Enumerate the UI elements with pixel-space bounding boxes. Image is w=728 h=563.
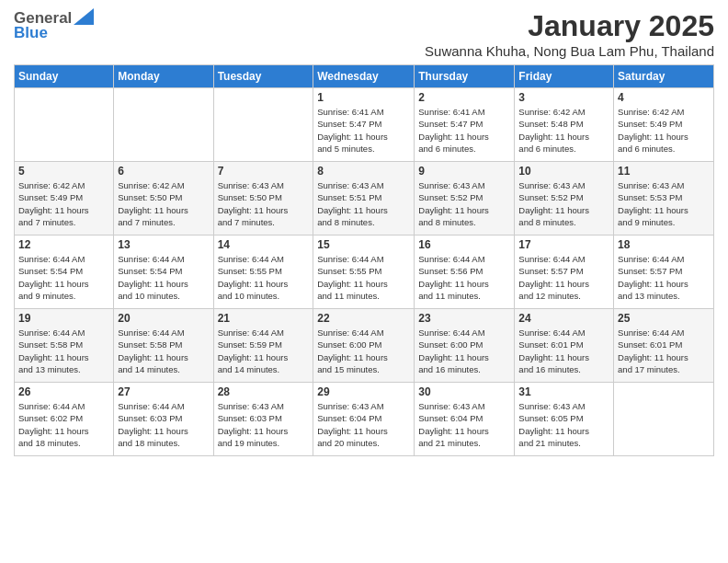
logo: General Blue — [14, 9, 94, 42]
page: General Blue January 2025 Suwanna Khuha,… — [0, 0, 728, 563]
day-number: 8 — [317, 165, 410, 178]
calendar-cell: 2Sunrise: 6:41 AM Sunset: 5:47 PM Daylig… — [415, 88, 515, 162]
calendar-cell: 14Sunrise: 6:44 AM Sunset: 5:55 PM Dayli… — [213, 236, 313, 309]
day-number: 27 — [118, 385, 209, 398]
calendar-cell: 1Sunrise: 6:41 AM Sunset: 5:47 PM Daylig… — [313, 88, 415, 162]
calendar-table: SundayMondayTuesdayWednesdayThursdayFrid… — [14, 64, 714, 456]
day-number: 26 — [18, 385, 109, 398]
logo-blue: Blue — [14, 24, 48, 42]
day-info: Sunrise: 6:43 AM Sunset: 6:05 PM Dayligh… — [518, 400, 609, 449]
day-number: 30 — [418, 385, 510, 398]
day-info: Sunrise: 6:44 AM Sunset: 6:03 PM Dayligh… — [118, 400, 209, 449]
calendar-cell: 5Sunrise: 6:42 AM Sunset: 5:49 PM Daylig… — [15, 162, 114, 236]
day-info: Sunrise: 6:44 AM Sunset: 5:54 PM Dayligh… — [118, 253, 209, 302]
calendar-cell: 9Sunrise: 6:43 AM Sunset: 5:52 PM Daylig… — [415, 162, 515, 236]
calendar-cell: 22Sunrise: 6:44 AM Sunset: 6:00 PM Dayli… — [313, 309, 415, 383]
day-info: Sunrise: 6:44 AM Sunset: 5:58 PM Dayligh… — [18, 327, 109, 375]
calendar-header-row: SundayMondayTuesdayWednesdayThursdayFrid… — [15, 65, 714, 88]
day-info: Sunrise: 6:44 AM Sunset: 5:55 PM Dayligh… — [218, 253, 310, 302]
calendar-cell: 8Sunrise: 6:43 AM Sunset: 5:51 PM Daylig… — [313, 162, 415, 236]
day-number: 9 — [418, 165, 510, 178]
calendar-week-row: 5Sunrise: 6:42 AM Sunset: 5:49 PM Daylig… — [15, 162, 714, 236]
day-number: 3 — [518, 91, 609, 104]
day-number: 15 — [317, 238, 410, 251]
calendar-cell: 13Sunrise: 6:44 AM Sunset: 5:54 PM Dayli… — [114, 236, 213, 309]
calendar-cell: 11Sunrise: 6:43 AM Sunset: 5:53 PM Dayli… — [614, 162, 714, 236]
calendar-cell: 19Sunrise: 6:44 AM Sunset: 5:58 PM Dayli… — [15, 309, 114, 383]
location-subtitle: Suwanna Khuha, Nong Bua Lam Phu, Thailan… — [425, 43, 714, 59]
day-info: Sunrise: 6:43 AM Sunset: 6:03 PM Dayligh… — [218, 400, 310, 449]
day-info: Sunrise: 6:43 AM Sunset: 5:50 PM Dayligh… — [218, 179, 310, 228]
day-number: 29 — [317, 385, 410, 398]
day-info: Sunrise: 6:44 AM Sunset: 6:00 PM Dayligh… — [418, 327, 510, 375]
day-info: Sunrise: 6:42 AM Sunset: 5:49 PM Dayligh… — [618, 106, 710, 155]
title-block: January 2025 Suwanna Khuha, Nong Bua Lam… — [425, 9, 714, 59]
calendar-cell: 12Sunrise: 6:44 AM Sunset: 5:54 PM Dayli… — [15, 236, 114, 309]
weekday-header: Sunday — [15, 65, 114, 88]
svg-marker-0 — [74, 8, 94, 25]
calendar-week-row: 26Sunrise: 6:44 AM Sunset: 6:02 PM Dayli… — [15, 383, 714, 456]
day-number: 25 — [618, 312, 710, 325]
day-number: 28 — [218, 385, 310, 398]
day-number: 16 — [418, 238, 510, 251]
calendar-cell: 16Sunrise: 6:44 AM Sunset: 5:56 PM Dayli… — [415, 236, 515, 309]
calendar-cell: 23Sunrise: 6:44 AM Sunset: 6:00 PM Dayli… — [415, 309, 515, 383]
day-number: 20 — [118, 312, 209, 325]
calendar-week-row: 1Sunrise: 6:41 AM Sunset: 5:47 PM Daylig… — [15, 88, 714, 162]
day-info: Sunrise: 6:42 AM Sunset: 5:48 PM Dayligh… — [518, 106, 609, 155]
day-info: Sunrise: 6:43 AM Sunset: 5:53 PM Dayligh… — [618, 179, 710, 228]
weekday-header: Monday — [114, 65, 213, 88]
day-info: Sunrise: 6:44 AM Sunset: 6:00 PM Dayligh… — [317, 327, 410, 375]
day-number: 7 — [218, 165, 310, 178]
day-info: Sunrise: 6:43 AM Sunset: 5:52 PM Dayligh… — [418, 179, 510, 228]
day-info: Sunrise: 6:44 AM Sunset: 5:58 PM Dayligh… — [118, 327, 209, 375]
calendar-cell: 7Sunrise: 6:43 AM Sunset: 5:50 PM Daylig… — [213, 162, 313, 236]
calendar-cell: 4Sunrise: 6:42 AM Sunset: 5:49 PM Daylig… — [614, 88, 714, 162]
day-info: Sunrise: 6:43 AM Sunset: 6:04 PM Dayligh… — [418, 400, 510, 449]
calendar-cell: 6Sunrise: 6:42 AM Sunset: 5:50 PM Daylig… — [114, 162, 213, 236]
day-number: 10 — [518, 165, 609, 178]
day-info: Sunrise: 6:42 AM Sunset: 5:49 PM Dayligh… — [18, 179, 109, 228]
calendar-cell: 24Sunrise: 6:44 AM Sunset: 6:01 PM Dayli… — [515, 309, 614, 383]
day-info: Sunrise: 6:44 AM Sunset: 6:01 PM Dayligh… — [518, 327, 609, 375]
day-number: 12 — [18, 238, 109, 251]
calendar-cell — [213, 88, 313, 162]
day-number: 19 — [18, 312, 109, 325]
day-info: Sunrise: 6:44 AM Sunset: 5:55 PM Dayligh… — [317, 253, 410, 302]
calendar-week-row: 12Sunrise: 6:44 AM Sunset: 5:54 PM Dayli… — [15, 236, 714, 309]
month-title: January 2025 — [425, 9, 714, 43]
day-number: 21 — [218, 312, 310, 325]
calendar-cell: 20Sunrise: 6:44 AM Sunset: 5:58 PM Dayli… — [114, 309, 213, 383]
day-number: 2 — [418, 91, 510, 104]
day-info: Sunrise: 6:41 AM Sunset: 5:47 PM Dayligh… — [317, 106, 410, 155]
calendar-week-row: 19Sunrise: 6:44 AM Sunset: 5:58 PM Dayli… — [15, 309, 714, 383]
day-info: Sunrise: 6:44 AM Sunset: 6:02 PM Dayligh… — [18, 400, 109, 449]
day-info: Sunrise: 6:43 AM Sunset: 5:52 PM Dayligh… — [518, 179, 609, 228]
header: General Blue January 2025 Suwanna Khuha,… — [14, 9, 714, 59]
calendar-cell — [15, 88, 114, 162]
calendar-cell: 18Sunrise: 6:44 AM Sunset: 5:57 PM Dayli… — [614, 236, 714, 309]
day-number: 6 — [118, 165, 209, 178]
calendar-cell: 21Sunrise: 6:44 AM Sunset: 5:59 PM Dayli… — [213, 309, 313, 383]
day-number: 1 — [317, 91, 410, 104]
day-number: 4 — [618, 91, 710, 104]
day-info: Sunrise: 6:44 AM Sunset: 5:57 PM Dayligh… — [518, 253, 609, 302]
day-number: 14 — [218, 238, 310, 251]
day-info: Sunrise: 6:44 AM Sunset: 5:59 PM Dayligh… — [218, 327, 310, 375]
calendar-cell: 3Sunrise: 6:42 AM Sunset: 5:48 PM Daylig… — [515, 88, 614, 162]
day-number: 18 — [618, 238, 710, 251]
day-number: 11 — [618, 165, 710, 178]
logo-triangle-icon — [74, 8, 94, 25]
calendar-cell: 10Sunrise: 6:43 AM Sunset: 5:52 PM Dayli… — [515, 162, 614, 236]
day-number: 17 — [518, 238, 609, 251]
day-info: Sunrise: 6:44 AM Sunset: 5:54 PM Dayligh… — [18, 253, 109, 302]
day-info: Sunrise: 6:44 AM Sunset: 5:56 PM Dayligh… — [418, 253, 510, 302]
calendar-cell — [614, 383, 714, 456]
calendar-cell: 27Sunrise: 6:44 AM Sunset: 6:03 PM Dayli… — [114, 383, 213, 456]
day-info: Sunrise: 6:41 AM Sunset: 5:47 PM Dayligh… — [418, 106, 510, 155]
day-info: Sunrise: 6:43 AM Sunset: 6:04 PM Dayligh… — [317, 400, 410, 449]
calendar-cell: 25Sunrise: 6:44 AM Sunset: 6:01 PM Dayli… — [614, 309, 714, 383]
calendar-cell: 28Sunrise: 6:43 AM Sunset: 6:03 PM Dayli… — [213, 383, 313, 456]
calendar-cell: 29Sunrise: 6:43 AM Sunset: 6:04 PM Dayli… — [313, 383, 415, 456]
day-info: Sunrise: 6:43 AM Sunset: 5:51 PM Dayligh… — [317, 179, 410, 228]
